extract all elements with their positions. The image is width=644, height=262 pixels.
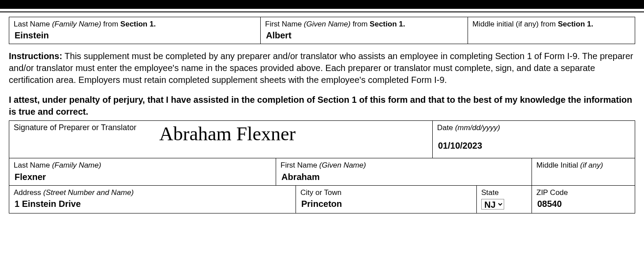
preparer-signature-value: Abraham Flexner	[159, 124, 296, 144]
employee-mi-cell[interactable]: Middle initial (if any) from Section 1.	[468, 17, 635, 44]
employee-first-name-value: Albert	[265, 30, 463, 40]
employee-last-name-cell[interactable]: Last Name (Family Name) from Section 1. …	[9, 17, 261, 44]
preparer-state-cell[interactable]: State NJ	[477, 186, 532, 213]
preparer-date-label: Date (mm/dd/yyyy)	[437, 124, 630, 132]
preparer-zip-cell[interactable]: ZIP Code 08540	[532, 186, 635, 213]
header-black-bar	[0, 0, 644, 9]
instructions-text: Instructions: This supplement must be co…	[9, 50, 635, 86]
preparer-name-row: Last Name (Family Name) Flexner First Na…	[9, 158, 635, 185]
preparer-last-name-value: Flexner	[14, 172, 271, 182]
employee-first-name-label: First Name (Given Name) from Section 1.	[265, 20, 463, 29]
employee-name-row: Last Name (Family Name) from Section 1. …	[9, 17, 635, 44]
preparer-mi-label: Middle Initial (if any)	[536, 161, 630, 170]
preparer-address-row: Address (Street Number and Name) 1 Einst…	[9, 185, 635, 213]
preparer-first-name-value: Abraham	[281, 172, 527, 182]
employee-first-name-cell[interactable]: First Name (Given Name) from Section 1. …	[261, 17, 468, 44]
employee-last-name-value: Einstein	[14, 30, 256, 40]
preparer-date-value: 01/10/2023	[437, 141, 630, 150]
preparer-state-select[interactable]: NJ	[481, 199, 504, 210]
preparer-signature-cell[interactable]: Signature of Preparer or Translator Abra…	[9, 121, 433, 158]
employee-mi-label: Middle initial (if any) from Section 1.	[472, 20, 630, 29]
preparer-city-cell[interactable]: City or Town Princeton	[296, 186, 477, 213]
preparer-zip-value: 08540	[536, 199, 630, 209]
preparer-address-cell[interactable]: Address (Street Number and Name) 1 Einst…	[9, 186, 296, 213]
preparer-sig-row: Signature of Preparer or Translator Abra…	[9, 120, 635, 158]
preparer-zip-label: ZIP Code	[536, 188, 630, 197]
header-rule	[0, 11, 644, 12]
preparer-address-label: Address (Street Number and Name)	[14, 188, 291, 197]
preparer-address-value: 1 Einstein Drive	[14, 199, 291, 209]
preparer-city-label: City or Town	[300, 188, 472, 197]
preparer-last-name-label: Last Name (Family Name)	[14, 161, 271, 170]
preparer-last-name-cell[interactable]: Last Name (Family Name) Flexner	[9, 158, 276, 185]
preparer-mi-cell[interactable]: Middle Initial (if any)	[532, 158, 635, 185]
preparer-first-name-label: First Name (Given Name)	[281, 161, 527, 170]
preparer-city-value: Princeton	[300, 199, 472, 209]
employee-last-name-label: Last Name (Family Name) from Section 1.	[14, 20, 256, 29]
preparer-first-name-cell[interactable]: First Name (Given Name) Abraham	[276, 158, 532, 185]
attestation-text: I attest, under penalty of perjury, that…	[9, 94, 635, 118]
preparer-date-cell[interactable]: Date (mm/dd/yyyy) 01/10/2023	[433, 121, 635, 158]
preparer-state-label: State	[481, 188, 527, 197]
